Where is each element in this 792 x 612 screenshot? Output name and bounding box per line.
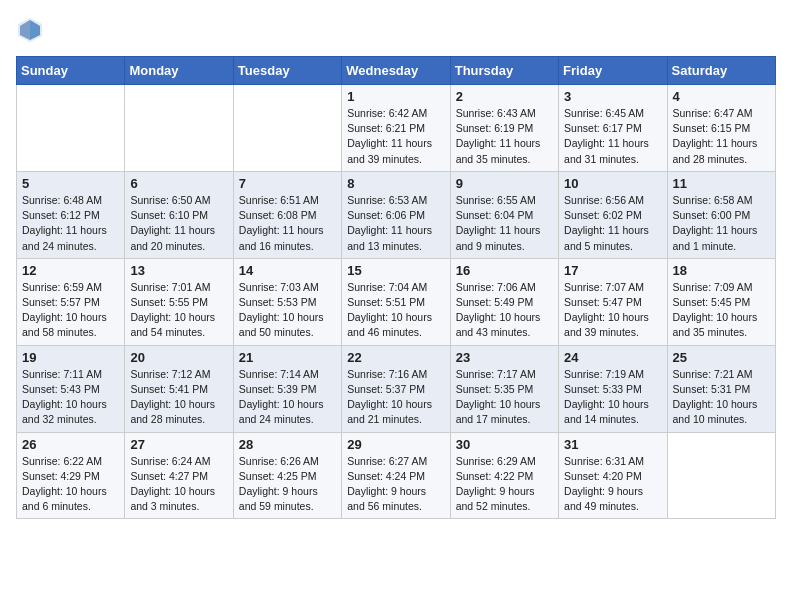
calendar-cell: 28Sunrise: 6:26 AM Sunset: 4:25 PM Dayli… [233,432,341,519]
calendar-cell: 30Sunrise: 6:29 AM Sunset: 4:22 PM Dayli… [450,432,558,519]
day-info: Sunrise: 7:12 AM Sunset: 5:41 PM Dayligh… [130,367,227,428]
calendar-body: 1Sunrise: 6:42 AM Sunset: 6:21 PM Daylig… [17,85,776,519]
column-header-sunday: Sunday [17,57,125,85]
day-info: Sunrise: 7:06 AM Sunset: 5:49 PM Dayligh… [456,280,553,341]
calendar-cell: 8Sunrise: 6:53 AM Sunset: 6:06 PM Daylig… [342,171,450,258]
day-info: Sunrise: 6:48 AM Sunset: 6:12 PM Dayligh… [22,193,119,254]
calendar-week-row: 5Sunrise: 6:48 AM Sunset: 6:12 PM Daylig… [17,171,776,258]
day-info: Sunrise: 7:09 AM Sunset: 5:45 PM Dayligh… [673,280,770,341]
day-number: 5 [22,176,119,191]
calendar-week-row: 1Sunrise: 6:42 AM Sunset: 6:21 PM Daylig… [17,85,776,172]
logo [16,16,48,44]
calendar-cell: 2Sunrise: 6:43 AM Sunset: 6:19 PM Daylig… [450,85,558,172]
calendar-week-row: 12Sunrise: 6:59 AM Sunset: 5:57 PM Dayli… [17,258,776,345]
day-number: 12 [22,263,119,278]
day-info: Sunrise: 6:43 AM Sunset: 6:19 PM Dayligh… [456,106,553,167]
day-number: 18 [673,263,770,278]
day-info: Sunrise: 7:04 AM Sunset: 5:51 PM Dayligh… [347,280,444,341]
day-info: Sunrise: 6:47 AM Sunset: 6:15 PM Dayligh… [673,106,770,167]
day-number: 15 [347,263,444,278]
calendar-cell: 1Sunrise: 6:42 AM Sunset: 6:21 PM Daylig… [342,85,450,172]
day-number: 21 [239,350,336,365]
day-info: Sunrise: 6:56 AM Sunset: 6:02 PM Dayligh… [564,193,661,254]
calendar-week-row: 19Sunrise: 7:11 AM Sunset: 5:43 PM Dayli… [17,345,776,432]
calendar-week-row: 26Sunrise: 6:22 AM Sunset: 4:29 PM Dayli… [17,432,776,519]
column-header-tuesday: Tuesday [233,57,341,85]
calendar-cell: 4Sunrise: 6:47 AM Sunset: 6:15 PM Daylig… [667,85,775,172]
calendar-cell: 14Sunrise: 7:03 AM Sunset: 5:53 PM Dayli… [233,258,341,345]
calendar-table: SundayMondayTuesdayWednesdayThursdayFrid… [16,56,776,519]
day-number: 29 [347,437,444,452]
day-number: 1 [347,89,444,104]
day-number: 28 [239,437,336,452]
column-header-friday: Friday [559,57,667,85]
day-info: Sunrise: 7:14 AM Sunset: 5:39 PM Dayligh… [239,367,336,428]
day-number: 26 [22,437,119,452]
day-info: Sunrise: 7:16 AM Sunset: 5:37 PM Dayligh… [347,367,444,428]
day-info: Sunrise: 6:22 AM Sunset: 4:29 PM Dayligh… [22,454,119,515]
page-header [16,16,776,44]
day-number: 4 [673,89,770,104]
day-number: 9 [456,176,553,191]
calendar-cell: 3Sunrise: 6:45 AM Sunset: 6:17 PM Daylig… [559,85,667,172]
calendar-cell: 27Sunrise: 6:24 AM Sunset: 4:27 PM Dayli… [125,432,233,519]
calendar-cell [667,432,775,519]
column-header-saturday: Saturday [667,57,775,85]
calendar-cell: 11Sunrise: 6:58 AM Sunset: 6:00 PM Dayli… [667,171,775,258]
day-number: 30 [456,437,553,452]
day-number: 6 [130,176,227,191]
calendar-cell: 5Sunrise: 6:48 AM Sunset: 6:12 PM Daylig… [17,171,125,258]
day-number: 19 [22,350,119,365]
day-info: Sunrise: 6:24 AM Sunset: 4:27 PM Dayligh… [130,454,227,515]
calendar-cell: 22Sunrise: 7:16 AM Sunset: 5:37 PM Dayli… [342,345,450,432]
calendar-cell: 10Sunrise: 6:56 AM Sunset: 6:02 PM Dayli… [559,171,667,258]
day-info: Sunrise: 6:27 AM Sunset: 4:24 PM Dayligh… [347,454,444,515]
calendar-cell [125,85,233,172]
calendar-cell: 29Sunrise: 6:27 AM Sunset: 4:24 PM Dayli… [342,432,450,519]
day-number: 3 [564,89,661,104]
day-info: Sunrise: 6:53 AM Sunset: 6:06 PM Dayligh… [347,193,444,254]
day-info: Sunrise: 6:31 AM Sunset: 4:20 PM Dayligh… [564,454,661,515]
calendar-cell: 7Sunrise: 6:51 AM Sunset: 6:08 PM Daylig… [233,171,341,258]
day-number: 11 [673,176,770,191]
calendar-cell: 20Sunrise: 7:12 AM Sunset: 5:41 PM Dayli… [125,345,233,432]
logo-icon [16,16,44,44]
calendar-cell: 26Sunrise: 6:22 AM Sunset: 4:29 PM Dayli… [17,432,125,519]
day-info: Sunrise: 6:45 AM Sunset: 6:17 PM Dayligh… [564,106,661,167]
day-number: 7 [239,176,336,191]
calendar-cell [233,85,341,172]
day-number: 31 [564,437,661,452]
day-number: 13 [130,263,227,278]
calendar-cell: 19Sunrise: 7:11 AM Sunset: 5:43 PM Dayli… [17,345,125,432]
column-header-thursday: Thursday [450,57,558,85]
day-number: 20 [130,350,227,365]
calendar-cell: 21Sunrise: 7:14 AM Sunset: 5:39 PM Dayli… [233,345,341,432]
day-info: Sunrise: 7:07 AM Sunset: 5:47 PM Dayligh… [564,280,661,341]
day-number: 22 [347,350,444,365]
day-info: Sunrise: 7:01 AM Sunset: 5:55 PM Dayligh… [130,280,227,341]
day-info: Sunrise: 6:42 AM Sunset: 6:21 PM Dayligh… [347,106,444,167]
day-info: Sunrise: 7:03 AM Sunset: 5:53 PM Dayligh… [239,280,336,341]
day-info: Sunrise: 6:29 AM Sunset: 4:22 PM Dayligh… [456,454,553,515]
day-info: Sunrise: 6:50 AM Sunset: 6:10 PM Dayligh… [130,193,227,254]
calendar-cell: 24Sunrise: 7:19 AM Sunset: 5:33 PM Dayli… [559,345,667,432]
day-number: 14 [239,263,336,278]
day-info: Sunrise: 7:21 AM Sunset: 5:31 PM Dayligh… [673,367,770,428]
day-info: Sunrise: 6:51 AM Sunset: 6:08 PM Dayligh… [239,193,336,254]
calendar-cell: 9Sunrise: 6:55 AM Sunset: 6:04 PM Daylig… [450,171,558,258]
calendar-cell: 16Sunrise: 7:06 AM Sunset: 5:49 PM Dayli… [450,258,558,345]
day-number: 10 [564,176,661,191]
calendar-cell: 17Sunrise: 7:07 AM Sunset: 5:47 PM Dayli… [559,258,667,345]
calendar-header-row: SundayMondayTuesdayWednesdayThursdayFrid… [17,57,776,85]
calendar-cell: 6Sunrise: 6:50 AM Sunset: 6:10 PM Daylig… [125,171,233,258]
calendar-cell: 23Sunrise: 7:17 AM Sunset: 5:35 PM Dayli… [450,345,558,432]
calendar-cell: 15Sunrise: 7:04 AM Sunset: 5:51 PM Dayli… [342,258,450,345]
day-info: Sunrise: 6:59 AM Sunset: 5:57 PM Dayligh… [22,280,119,341]
calendar-cell [17,85,125,172]
calendar-cell: 31Sunrise: 6:31 AM Sunset: 4:20 PM Dayli… [559,432,667,519]
column-header-monday: Monday [125,57,233,85]
calendar-cell: 18Sunrise: 7:09 AM Sunset: 5:45 PM Dayli… [667,258,775,345]
day-number: 23 [456,350,553,365]
day-info: Sunrise: 7:19 AM Sunset: 5:33 PM Dayligh… [564,367,661,428]
day-info: Sunrise: 7:11 AM Sunset: 5:43 PM Dayligh… [22,367,119,428]
